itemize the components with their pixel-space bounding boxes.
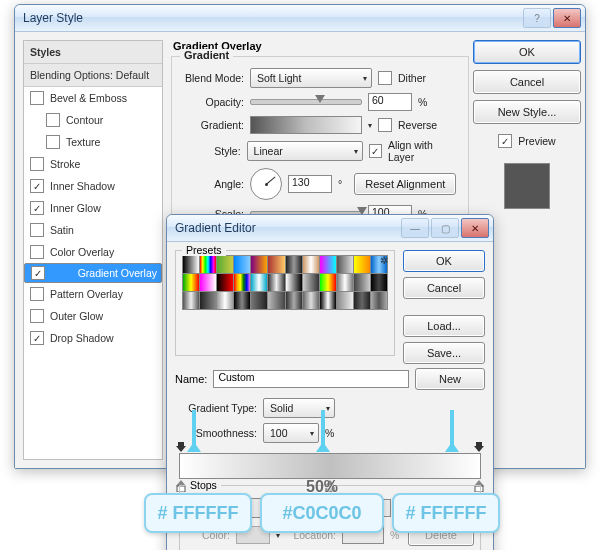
blend-mode-select[interactable]: Soft Light▾	[250, 68, 372, 88]
reset-alignment-button[interactable]: Reset Alignment	[354, 173, 456, 195]
ge-ok-button[interactable]: OK	[403, 250, 485, 272]
svg-marker-2	[474, 446, 484, 452]
opacity-slider[interactable]	[250, 99, 362, 105]
style-item[interactable]: Stroke	[24, 153, 162, 175]
preset-swatch[interactable]	[217, 274, 233, 291]
style-item[interactable]: Texture	[24, 131, 162, 153]
preset-swatch[interactable]	[234, 274, 250, 291]
style-item-checkbox[interactable]	[30, 331, 44, 345]
svg-rect-3	[476, 442, 482, 446]
ge-cancel-button[interactable]: Cancel	[403, 277, 485, 299]
preset-swatch[interactable]	[268, 292, 284, 309]
preset-swatch[interactable]	[286, 292, 302, 309]
preset-swatch[interactable]	[320, 292, 336, 309]
preset-swatch[interactable]	[337, 292, 353, 309]
presets-label: Presets	[182, 244, 226, 256]
preset-swatch[interactable]	[320, 256, 336, 273]
ok-button[interactable]: OK	[473, 40, 581, 64]
help-icon[interactable]: ?	[523, 8, 551, 28]
preset-swatch[interactable]	[286, 274, 302, 291]
style-item[interactable]: Pattern Overlay	[24, 283, 162, 305]
style-item[interactable]: Color Overlay	[24, 241, 162, 263]
minimize-icon[interactable]: —	[401, 218, 429, 238]
style-item-checkbox[interactable]	[46, 135, 60, 149]
close-icon[interactable]: ✕	[461, 218, 489, 238]
name-input[interactable]: Custom	[213, 370, 409, 388]
gradient-swatch[interactable]	[250, 116, 362, 134]
maximize-icon[interactable]: ▢	[431, 218, 459, 238]
preset-swatch[interactable]	[183, 256, 199, 273]
opacity-input[interactable]: 60	[368, 93, 412, 111]
style-item[interactable]: Bevel & Emboss	[24, 87, 162, 109]
style-item[interactable]: Satin	[24, 219, 162, 241]
preset-swatch[interactable]	[268, 256, 284, 273]
preset-swatch[interactable]	[234, 256, 250, 273]
angle-wheel[interactable]	[250, 168, 282, 200]
preset-swatch[interactable]	[251, 274, 267, 291]
style-item[interactable]: Drop Shadow	[24, 327, 162, 349]
style-item[interactable]: Gradient Overlay	[24, 263, 162, 283]
dither-checkbox[interactable]	[378, 71, 392, 85]
style-item-checkbox[interactable]	[31, 266, 45, 280]
chevron-down-icon[interactable]: ▾	[368, 121, 372, 130]
smoothness-input[interactable]: 100▾	[263, 423, 319, 443]
preset-swatch[interactable]	[183, 274, 199, 291]
opacity-stop-right[interactable]	[474, 442, 484, 452]
ge-load-button[interactable]: Load...	[403, 315, 485, 337]
preset-swatch[interactable]	[234, 292, 250, 309]
preset-swatch[interactable]	[217, 292, 233, 309]
new-style-button[interactable]: New Style...	[473, 100, 581, 124]
preset-swatch[interactable]	[371, 274, 387, 291]
style-item[interactable]: Inner Glow	[24, 197, 162, 219]
gradient-bar[interactable]	[179, 453, 481, 479]
preset-swatch[interactable]	[217, 256, 233, 273]
cancel-button[interactable]: Cancel	[473, 70, 581, 94]
style-item-checkbox[interactable]	[30, 245, 44, 259]
preset-swatch[interactable]	[354, 274, 370, 291]
ge-save-button[interactable]: Save...	[403, 342, 485, 364]
style-item[interactable]: Inner Shadow	[24, 175, 162, 197]
close-icon[interactable]: ✕	[553, 8, 581, 28]
group-title: Gradient	[180, 49, 233, 61]
preset-swatch[interactable]	[183, 292, 199, 309]
angle-input[interactable]: 130	[288, 175, 332, 193]
preset-swatch[interactable]	[286, 256, 302, 273]
styles-header[interactable]: Styles	[24, 41, 162, 64]
preset-swatch[interactable]	[251, 292, 267, 309]
blending-options-header[interactable]: Blending Options: Default	[24, 64, 162, 87]
style-item-checkbox[interactable]	[30, 91, 44, 105]
style-item[interactable]: Contour	[24, 109, 162, 131]
preset-swatch[interactable]	[251, 256, 267, 273]
gear-icon[interactable]: ✲	[380, 255, 388, 266]
preset-swatch[interactable]	[303, 256, 319, 273]
style-item-checkbox[interactable]	[46, 113, 60, 127]
preset-swatch[interactable]	[200, 256, 216, 273]
style-item-checkbox[interactable]	[30, 223, 44, 237]
dither-label: Dither	[398, 72, 426, 84]
style-item-checkbox[interactable]	[30, 201, 44, 215]
style-item[interactable]: Outer Glow	[24, 305, 162, 327]
new-button[interactable]: New	[415, 368, 485, 390]
preset-swatch[interactable]	[200, 292, 216, 309]
preset-swatch[interactable]	[200, 274, 216, 291]
preset-swatch[interactable]	[303, 292, 319, 309]
preset-swatch[interactable]	[337, 256, 353, 273]
opacity-stop-left[interactable]	[176, 442, 186, 452]
preset-swatch[interactable]	[371, 292, 387, 309]
preset-swatch[interactable]	[354, 292, 370, 309]
reverse-checkbox[interactable]	[378, 118, 392, 132]
style-item-checkbox[interactable]	[30, 179, 44, 193]
style-select[interactable]: Linear▾	[247, 141, 363, 161]
preset-swatch[interactable]	[320, 274, 336, 291]
style-item-checkbox[interactable]	[30, 157, 44, 171]
style-item-checkbox[interactable]	[30, 309, 44, 323]
preset-swatch[interactable]	[337, 274, 353, 291]
preset-swatch[interactable]	[268, 274, 284, 291]
align-checkbox[interactable]	[369, 144, 382, 158]
preset-swatch[interactable]	[303, 274, 319, 291]
preset-swatch[interactable]	[354, 256, 370, 273]
style-label: Style:	[182, 145, 241, 157]
preview-checkbox[interactable]	[498, 134, 512, 148]
style-item-checkbox[interactable]	[30, 287, 44, 301]
preset-grid	[182, 255, 388, 310]
